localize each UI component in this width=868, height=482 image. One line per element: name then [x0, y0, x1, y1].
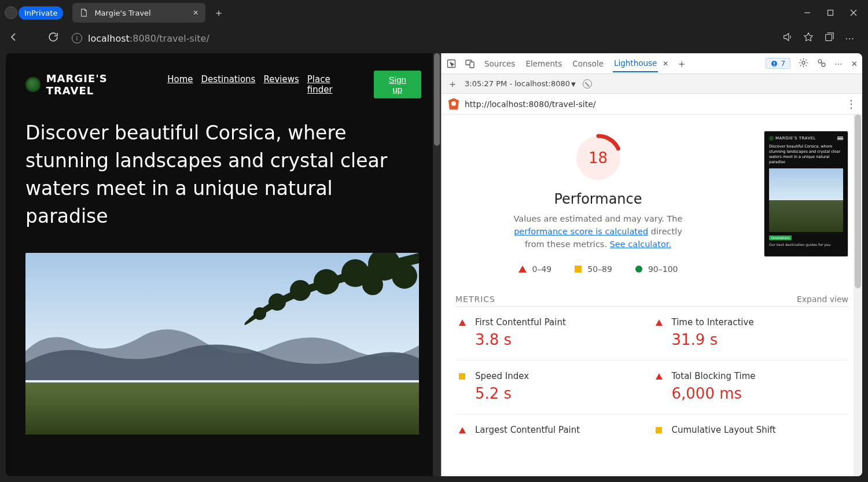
tab-lighthouse[interactable]: Lighthouse — [613, 55, 658, 72]
clear-icon[interactable] — [583, 79, 592, 89]
new-tab-button[interactable]: ＋ — [214, 6, 224, 20]
new-report-button[interactable]: ＋ — [447, 77, 458, 91]
url-text: localhost:8080/travel-site/ — [88, 33, 209, 44]
see-calculator-link[interactable]: See calculator. — [610, 240, 671, 249]
refresh-button[interactable] — [47, 32, 59, 45]
report-url: http://localhost:8080/travel-site/ — [465, 100, 595, 109]
content-area: MARGIE'S TRAVEL Home Destinations Review… — [6, 53, 862, 476]
site-info-icon[interactable]: i — [72, 33, 82, 43]
tab-sources[interactable]: Sources — [483, 56, 516, 72]
metrics-heading: METRICS — [455, 295, 495, 304]
hero-image — [25, 253, 419, 435]
devtools-panel: Sources Elements Console Lighthouse ✕ ＋ … — [441, 53, 862, 476]
file-icon — [79, 8, 89, 17]
lighthouse-report: 18 Performance Values are estimated and … — [442, 115, 862, 476]
fail-icon — [656, 319, 663, 326]
inprivate-label: InPrivate — [24, 9, 57, 17]
score-category: Performance — [554, 191, 642, 207]
url-field[interactable]: i localhost:8080/travel-site/ — [67, 30, 774, 47]
legend-pass-icon — [635, 266, 642, 273]
more-icon[interactable]: ⋯ — [845, 33, 855, 44]
svg-point-8 — [290, 280, 311, 301]
devtools-tabbar: Sources Elements Console Lighthouse ✕ ＋ … — [442, 53, 862, 74]
devtools-more-icon[interactable]: ⋯ — [834, 59, 843, 68]
site-header: MARGIE'S TRAVEL Home Destinations Review… — [25, 71, 421, 98]
browser-tab[interactable]: Margie's Travel ✕ — [72, 3, 205, 23]
nav-placefinder[interactable]: Place finder — [307, 74, 356, 95]
issues-count: 7 — [781, 59, 785, 68]
nav-destinations[interactable]: Destinations — [201, 74, 256, 95]
signup-button[interactable]: Sign up — [374, 71, 421, 98]
score-description: Values are estimated and may vary. The p… — [512, 213, 685, 251]
inprivate-badge[interactable]: InPrivate — [19, 6, 63, 20]
svg-point-21 — [822, 62, 825, 66]
score-calc-link[interactable]: performance score is calculated — [514, 227, 648, 236]
svg-rect-4 — [826, 35, 832, 41]
add-tab-button[interactable]: ＋ — [676, 57, 687, 71]
expand-view-button[interactable]: Expand view — [797, 295, 848, 304]
site-logo[interactable]: MARGIE'S TRAVEL — [25, 72, 158, 97]
hamburger-icon — [837, 137, 843, 141]
nav-reviews[interactable]: Reviews — [263, 74, 299, 95]
activity-icon[interactable] — [816, 58, 826, 69]
hero-heading: Discover beautiful Corsica, where stunni… — [25, 119, 407, 230]
metric-lcp: Largest Contentful Paint — [455, 414, 652, 450]
close-window-button[interactable] — [849, 9, 858, 17]
avg-icon — [656, 427, 662, 433]
legend-fail-icon — [518, 266, 527, 273]
titlebar: InPrivate Margie's Travel ✕ ＋ — [0, 0, 868, 25]
tab-title: Margie's Travel — [94, 9, 187, 17]
metric-si: Speed Index5.2 s — [455, 360, 652, 414]
performance-gauge: 18 — [573, 133, 623, 183]
brand-text: MARGIE'S TRAVEL — [46, 72, 159, 97]
devtools-scrollbar[interactable] — [854, 115, 862, 476]
report-selector[interactable]: 3:05:27 PM - localhost:8080▼ — [465, 79, 576, 88]
fail-icon — [656, 373, 663, 380]
globe-icon — [25, 77, 41, 92]
devtools-close-icon[interactable]: ✕ — [851, 59, 858, 68]
svg-rect-15 — [470, 62, 474, 68]
device-icon[interactable] — [465, 59, 475, 68]
inspect-icon[interactable] — [446, 59, 457, 68]
favorites-icon[interactable] — [803, 32, 814, 45]
window-controls — [803, 9, 863, 17]
webpage: MARGIE'S TRAVEL Home Destinations Review… — [6, 53, 441, 476]
svg-point-7 — [314, 269, 339, 295]
issues-badge[interactable]: 7 — [766, 58, 790, 69]
report-menu-icon[interactable]: ⋮ — [846, 98, 855, 110]
svg-rect-18 — [774, 65, 775, 66]
tab-close-icon[interactable]: ✕ — [663, 60, 668, 68]
svg-point-20 — [818, 59, 822, 62]
svg-point-11 — [362, 274, 383, 295]
read-aloud-icon[interactable] — [782, 32, 793, 45]
svg-point-10 — [392, 263, 417, 289]
fail-icon — [459, 319, 466, 326]
collections-icon[interactable] — [824, 32, 834, 45]
tab-console[interactable]: Console — [571, 56, 605, 72]
svg-point-9 — [269, 293, 286, 311]
avg-icon — [459, 373, 465, 380]
minimize-button[interactable] — [803, 9, 811, 17]
report-thumbnail: MARGIE'S TRAVEL Discover beautiful Corsi… — [764, 131, 848, 257]
metric-fcp: First Contentful Paint3.8 s — [455, 307, 652, 360]
maximize-button[interactable] — [826, 9, 834, 17]
close-icon[interactable]: ✕ — [193, 9, 198, 17]
svg-rect-17 — [774, 62, 775, 64]
metric-cls: Cumulative Layout Shift — [652, 414, 849, 450]
metrics-grid: First Contentful Paint3.8 s Time to Inte… — [455, 306, 848, 450]
metric-tbt: Total Blocking Time6,000 ms — [652, 360, 849, 414]
back-button[interactable] — [8, 32, 20, 45]
fail-icon — [459, 427, 466, 433]
lighthouse-toolbar: ＋ 3:05:27 PM - localhost:8080▼ — [442, 74, 862, 94]
lighthouse-icon — [448, 98, 459, 110]
page-scrollbar[interactable] — [433, 53, 441, 476]
svg-point-19 — [802, 61, 805, 64]
profile-avatar[interactable] — [5, 6, 17, 19]
score-value: 18 — [573, 133, 623, 183]
nav-home[interactable]: Home — [167, 74, 193, 95]
settings-icon[interactable] — [799, 58, 808, 69]
tab-elements[interactable]: Elements — [524, 56, 563, 72]
score-legend: 0–49 50–89 90–100 — [518, 264, 678, 274]
address-bar: i localhost:8080/travel-site/ ⋯ — [0, 25, 868, 51]
browser-window: InPrivate Margie's Travel ✕ ＋ i localhos… — [0, 0, 868, 482]
